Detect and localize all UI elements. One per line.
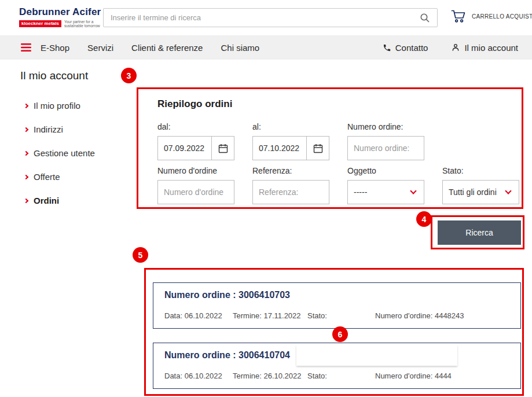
search-icon[interactable] [413,9,437,27]
chevron-right-icon [24,198,28,203]
sidebar-item-label: Gestione utente [34,148,95,158]
chevron-right-icon [24,174,28,179]
annotation-badge-6: 6 [332,326,348,342]
field-referenza: Referenza: [252,166,329,204]
referenza-label: Referenza: [252,166,329,175]
page-title: Il mio account [20,69,88,82]
header: Debrunner Acifer kloeckner metals Your p… [0,0,532,35]
order-termine: Termine: 26.10.2022 [233,372,302,380]
order-termine: Termine: 17.11.2022 [233,311,301,320]
field-oggetto: Oggetto ----- [347,166,424,204]
dal-input-group [157,136,234,160]
sidebar-item-gestione-utente[interactable]: Gestione utente [24,141,129,165]
annotation-badge-3: 3 [121,68,137,83]
annotation-outline-ricerca: Ricerca [431,215,524,249]
numero-dordine-label: Numero d'ordine [157,166,234,175]
order-data: Data: 06.10.2022 [164,311,222,320]
al-label: al: [252,122,329,131]
order-data: Data: 06.10.2022 [164,372,222,380]
annotation-badge-5: 5 [133,247,148,263]
sidebar-item-indirizzi[interactable]: Indirizzi [24,117,129,141]
account-link[interactable]: Il mio account [451,43,518,53]
order-stato: Stato: [307,372,327,380]
numero-ordine-input[interactable] [348,144,424,153]
page: Debrunner Acifer kloeckner metals Your p… [0,0,532,397]
numero-ordine-label: Numero ordine: [347,122,424,131]
sidebar-item-label: Ordini [34,196,59,205]
order-number-title: Numero ordine : 3006410704 [164,350,290,361]
contact-link[interactable]: Contatto [383,43,428,53]
hamburger-menu-icon[interactable] [21,43,31,52]
field-stato: Stato: Tutti gli ordini [442,166,519,204]
nav-item-clienti-referenze[interactable]: Clienti & referenze [131,43,203,53]
calendar-icon[interactable] [306,137,329,160]
order-numero-dordine: Numero d'ordine: 4444 [375,372,452,380]
sidebar-item-offerte[interactable]: Offerte [24,165,129,189]
oggetto-value: ----- [348,188,411,197]
stato-select[interactable]: Tutti gli ordini [442,180,519,204]
numero-dordine-group [157,180,234,204]
al-date-input[interactable] [253,144,306,153]
panel-title: Riepilogo ordini [157,98,232,110]
site-search [103,8,438,27]
field-dal: dal: [157,122,234,160]
stato-value: Tutti gli ordini [443,188,506,197]
field-al: al: [252,122,329,160]
sidebar: Il mio profilo Indirizzi Gestione utente… [24,94,129,212]
chevron-down-icon [505,188,511,194]
chevron-down-icon [410,188,416,194]
field-numero-ordine: Numero ordine: [347,122,424,160]
user-icon [451,43,460,52]
sidebar-item-label: Il mio profilo [34,101,80,111]
sidebar-item-label: Indirizzi [34,124,63,134]
brand-name: Debrunner Acifer [19,6,101,18]
brand-subrow: kloeckner metals Your partner for a sust… [19,20,101,28]
nav-item-chi-siamo[interactable]: Chi siamo [221,43,259,53]
numero-dordine-input[interactable] [158,188,234,197]
order-filter-panel: Riepilogo ordini dal: al: Numero ordine: [137,87,523,209]
sidebar-item-il-mio-profilo[interactable]: Il mio profilo [24,94,129,117]
oggetto-select[interactable]: ----- [347,180,424,204]
numero-ordine-group [347,136,424,160]
sidebar-item-ordini[interactable]: Ordini [24,189,129,212]
order-numero-dordine: Numero d'ordine: 4448243 [375,311,464,320]
logo[interactable]: Debrunner Acifer kloeckner metals Your p… [19,6,101,28]
calendar-icon[interactable] [211,137,234,160]
dal-date-input[interactable] [158,144,211,153]
nav-item-servizi[interactable]: Servizi [87,43,113,53]
annotation-badge-4: 4 [416,211,432,227]
nav-item-eshop[interactable]: E-Shop [41,43,69,53]
contact-label: Contatto [395,43,428,53]
chevron-right-icon [24,103,28,108]
ricerca-button[interactable]: Ricerca [438,220,521,245]
brand-badge: kloeckner metals [19,20,61,27]
account-label: Il mio account [464,43,518,53]
order-number-title: Numero ordine : 3006410703 [164,290,290,300]
sidebar-item-label: Offerte [34,172,60,182]
referenza-group [252,180,329,204]
search-input[interactable] [104,13,413,22]
cart-button[interactable]: CARRELLO ACQUISTI [451,9,532,23]
brand-tagline: Your partner for a sustainable tomorrow [64,20,100,28]
cart-icon [451,9,467,23]
white-overlay [296,345,457,366]
cart-label: CARRELLO ACQUISTI [472,13,532,20]
chevron-right-icon [24,127,28,131]
order-stato: Stato: [307,311,327,320]
phone-icon [383,43,391,52]
stato-label: Stato: [442,166,519,175]
field-numero-dordine: Numero d'ordine [157,166,234,204]
referenza-input[interactable] [253,188,329,197]
dal-label: dal: [157,122,234,131]
nav-utilities: Contatto Il mio account [383,43,518,53]
al-input-group [252,136,329,160]
oggetto-label: Oggetto [347,166,424,175]
chevron-right-icon [24,150,28,155]
order-card[interactable]: Numero ordine : 3006410703 Data: 06.10.2… [153,282,521,329]
main-nav: E-Shop Servizi Clienti & referenze Chi s… [0,35,532,60]
